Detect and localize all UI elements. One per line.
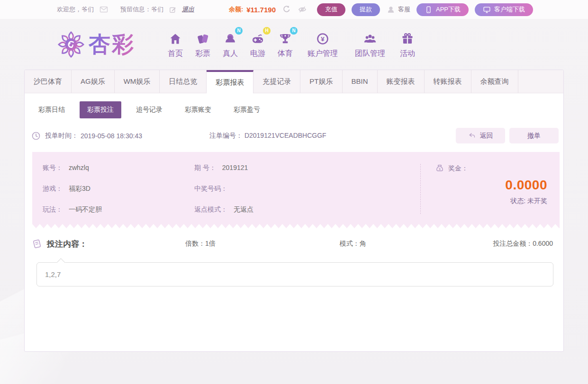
game-value: 福彩3D xyxy=(69,185,90,192)
note-icon xyxy=(31,238,43,250)
app-download-label: APP下载 xyxy=(436,5,461,14)
field-rebate: 返点模式： 无返点 xyxy=(194,205,420,214)
tab-transfer-report[interactable]: 转账报表 xyxy=(425,70,471,93)
order-detail-panel: 账号： zwhzlq 游戏： 福彩3D 玩法： 一码不定胆 期 号： 20191… xyxy=(32,152,560,228)
refresh-icon[interactable] xyxy=(282,5,291,14)
subtab-lottery-profit-loss[interactable]: 彩票盈亏 xyxy=(226,101,268,118)
gamepad-icon xyxy=(251,32,265,45)
lottery-subtabs: 彩票日结 彩票投注 追号记录 彩票账变 彩票盈亏 xyxy=(25,93,563,124)
win-number-label: 中奖号码： xyxy=(194,185,227,192)
monitor-icon xyxy=(483,6,491,14)
tab-balance-query[interactable]: 余额查询 xyxy=(471,70,518,93)
team-icon xyxy=(363,32,377,45)
edit-icon[interactable] xyxy=(169,6,177,14)
nav-item-activity[interactable]: 活动 xyxy=(394,30,421,59)
subtab-lottery-bets[interactable]: 彩票投注 xyxy=(80,101,121,118)
nav-item-account[interactable]: ¥ 账户管理 xyxy=(299,30,346,59)
nav-item-egame[interactable]: H 电游 xyxy=(244,30,271,59)
subtab-chase-records[interactable]: 追号记录 xyxy=(128,101,170,118)
client-download-label: 客户端下载 xyxy=(494,5,525,14)
app-download-button[interactable]: APP下载 xyxy=(416,3,469,16)
account-label: 账号： xyxy=(43,164,63,171)
subtab-lottery-daily[interactable]: 彩票日结 xyxy=(31,101,72,118)
subtab-lottery-account-change[interactable]: 彩票账变 xyxy=(177,101,219,118)
logo-flower-icon xyxy=(57,31,85,58)
logout-link[interactable]: 退出 xyxy=(182,5,194,14)
bet-total: 投注总金额：0.6000 xyxy=(493,240,553,248)
eye-off-icon[interactable] xyxy=(298,5,307,14)
prize-value: 0.0000 xyxy=(435,178,547,193)
client-download-button[interactable]: 客户端下载 xyxy=(475,3,533,16)
rebate-label: 返点模式： xyxy=(194,205,227,213)
withdraw-button[interactable]: 提款 xyxy=(352,3,380,16)
gift-icon xyxy=(401,32,414,45)
tab-deposit-withdraw[interactable]: 充提记录 xyxy=(253,70,300,93)
field-win-number: 中奖号码： xyxy=(194,185,420,193)
field-game: 游戏： 福彩3D xyxy=(43,185,194,193)
nav-label: 电游 xyxy=(250,49,265,59)
issue-value: 2019121 xyxy=(222,164,248,171)
bet-summary-row: 投注内容： 倍数：1倍 模式：角 投注总金额：0.6000 xyxy=(25,228,563,250)
tab-bbin[interactable]: BBIN xyxy=(343,70,378,93)
report-card: 沙巴体育 AG娱乐 WM娱乐 日结总览 彩票报表 充提记录 PT娱乐 BBIN … xyxy=(24,70,564,352)
order-no-label: 注单编号： xyxy=(209,132,243,139)
tab-account-change[interactable]: 账变报表 xyxy=(378,70,425,93)
nav-item-lottery[interactable]: 彩票 xyxy=(189,30,217,59)
clock-icon xyxy=(31,131,41,141)
welcome-text: 欢迎您，爷们 xyxy=(57,5,94,14)
bet-total-value: 0.6000 xyxy=(533,240,553,247)
play-label: 玩法： xyxy=(43,205,63,213)
report-tabs: 沙巴体育 AG娱乐 WM娱乐 日结总览 彩票报表 充提记录 PT娱乐 BBIN … xyxy=(25,70,563,93)
nav-label: 账户管理 xyxy=(308,49,338,59)
nav-label: 团队管理 xyxy=(355,49,385,59)
nav-label: 真人 xyxy=(223,49,238,59)
bet-content-label: 投注内容： xyxy=(47,239,87,250)
bet-numbers: 1,2,7 xyxy=(45,270,61,278)
bet-numbers-box: 1,2,7 xyxy=(36,262,553,286)
prize-section: $ 奖金： 0.0000 状态: 未开奖 xyxy=(420,164,547,214)
svg-text:$: $ xyxy=(439,167,441,170)
back-button[interactable]: 返回 xyxy=(456,128,505,143)
nav-item-team[interactable]: 团队管理 xyxy=(346,30,394,59)
rebate-value: 无返点 xyxy=(234,205,253,213)
recharge-button[interactable]: 充值 xyxy=(317,3,345,16)
account-value: zwhzlq xyxy=(69,164,89,171)
nav-item-home[interactable]: 首页 xyxy=(162,30,189,59)
field-play: 玩法： 一码不定胆 xyxy=(43,205,194,214)
badge-new: N xyxy=(235,27,243,35)
nav-item-live[interactable]: N 真人 xyxy=(217,30,244,59)
field-issue: 期 号： 2019121 xyxy=(194,164,420,172)
tab-shaba-sports[interactable]: 沙巴体育 xyxy=(25,70,72,93)
tab-ag[interactable]: AG娱乐 xyxy=(72,70,115,93)
tab-lottery-report[interactable]: 彩票报表 xyxy=(207,70,253,93)
live-person-icon xyxy=(224,32,237,45)
order-time-label: 投单时间： xyxy=(45,132,78,140)
cancel-order-label: 撤单 xyxy=(527,132,541,140)
cancel-order-button[interactable]: 撤单 xyxy=(509,128,559,143)
tab-wm[interactable]: WM娱乐 xyxy=(115,70,160,93)
trophy-icon xyxy=(279,32,292,45)
yen-coin-icon: ¥ xyxy=(316,32,329,45)
money-bag-icon: $ xyxy=(435,164,444,173)
bet-mode-value: 角 xyxy=(360,240,366,247)
site-logo[interactable]: 杏彩 xyxy=(57,30,135,59)
tab-daily-summary[interactable]: 日结总览 xyxy=(160,70,207,93)
order-no-value: D2019121VCEADBHCGGF xyxy=(244,132,326,139)
nav-label: 体育 xyxy=(278,49,293,59)
nav-item-sports[interactable]: N 体育 xyxy=(271,30,299,59)
sawtooth-edge xyxy=(32,224,560,228)
play-value: 一码不定胆 xyxy=(69,205,102,213)
site-header: 杏彩 首页 彩票 xyxy=(0,19,588,70)
bet-mode-label: 模式： xyxy=(340,240,360,247)
prize-status: 状态: 未开奖 xyxy=(435,197,547,205)
bet-multiple-value: 1倍 xyxy=(205,240,216,247)
mail-icon[interactable] xyxy=(99,5,109,14)
tab-pt[interactable]: PT娱乐 xyxy=(300,70,342,93)
prize-label: 奖金： xyxy=(448,164,468,173)
bet-multiple: 倍数：1倍 xyxy=(185,240,216,248)
customer-service-link[interactable]: 客服 xyxy=(386,5,410,14)
phone-icon xyxy=(425,6,433,14)
reserved-info: 预留信息：爷们 xyxy=(120,5,163,14)
logo-text: 杏彩 xyxy=(89,30,135,59)
game-label: 游戏： xyxy=(43,185,63,192)
